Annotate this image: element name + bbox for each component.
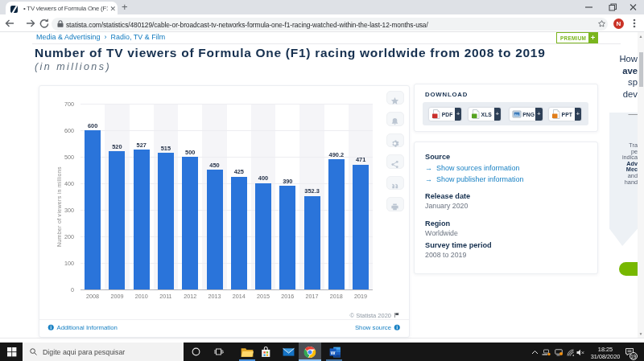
- svg-text:W: W: [331, 350, 336, 355]
